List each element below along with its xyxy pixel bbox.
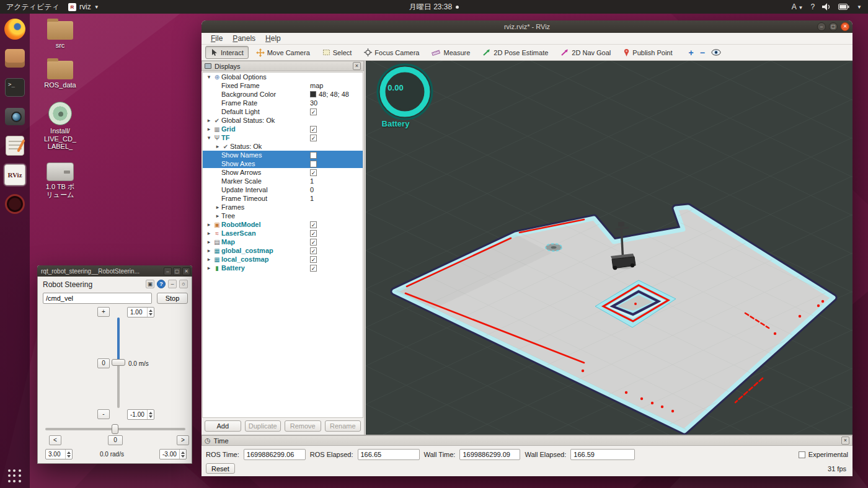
display-row-background-color[interactable]: Background Color48; 48; 48	[203, 90, 363, 99]
expand-arrow-icon[interactable]: ▸	[205, 247, 213, 254]
angular-max-spinner[interactable]: 3.00	[45, 449, 73, 459]
linear-minus-button[interactable]: -	[97, 409, 110, 419]
keyboard-indicator[interactable]: A ▼	[792, 2, 804, 11]
tool-2d-nav-goal[interactable]: 2D Nav Goal	[556, 46, 616, 59]
display-row-value[interactable]: ✓	[308, 220, 363, 229]
menu-help[interactable]: Help	[261, 33, 285, 43]
rqt-titlebar[interactable]: rqt_robot_steering__RobotSteerin... – ▢ …	[37, 265, 192, 277]
tool-select[interactable]: Select	[317, 46, 357, 59]
display-row-show-names[interactable]: Show Names	[203, 151, 363, 159]
display-row-marker-scale[interactable]: Marker Scale1	[203, 177, 363, 185]
add-button[interactable]: Add	[205, 420, 241, 432]
expand-arrow-icon[interactable]: ▸	[205, 221, 213, 228]
spinner-arrows-icon[interactable]	[179, 450, 186, 459]
menu-file[interactable]: File	[206, 33, 227, 43]
linear-min-spinner[interactable]: -1.00	[127, 409, 154, 420]
display-row-value[interactable]: ✓	[308, 133, 363, 142]
rviz-titlebar[interactable]: rviz.rviz* - RViz – ▢ ✕	[202, 20, 852, 33]
displays-panel-header[interactable]: Displays ×	[202, 61, 364, 71]
spinner-arrows-icon[interactable]	[147, 410, 154, 419]
display-row-value[interactable]	[308, 151, 363, 159]
dock-item-firefox[interactable]	[3, 17, 27, 41]
expand-arrow-icon[interactable]: ▾	[205, 135, 213, 141]
linear-max-spinner[interactable]: 1.00	[127, 307, 154, 317]
expand-arrow-icon[interactable]: ▸	[214, 143, 221, 149]
display-row-value[interactable]: 1	[308, 177, 363, 185]
checkbox[interactable]: ✓	[310, 109, 317, 115]
desktop-icon-ros-data[interactable]: ROS_data	[33, 61, 87, 89]
display-row-status-ok[interactable]: ▸✔Status: Ok	[203, 142, 363, 151]
ros-elapsed-input[interactable]	[358, 449, 420, 460]
spinner-arrows-icon[interactable]	[147, 308, 154, 317]
add-tool-button[interactable]: +	[689, 48, 694, 58]
dock-item-rviz[interactable]: RViz	[3, 163, 27, 187]
display-row-value[interactable]: ✓	[308, 237, 363, 246]
spinner-arrows-icon[interactable]	[65, 450, 72, 459]
display-row-value[interactable]: ✓	[308, 107, 363, 116]
eye-icon[interactable]	[711, 49, 721, 56]
dock-item-camera[interactable]	[3, 105, 27, 128]
display-row-battery[interactable]: ▸▮Battery✓	[203, 264, 363, 272]
desktop-icon-install-cd[interactable]: Install/ LIVE_CD_ LABEL_	[33, 102, 87, 151]
display-row-value[interactable]	[308, 159, 363, 168]
expand-arrow-icon[interactable]: ▸	[205, 126, 213, 132]
checkbox[interactable]	[310, 161, 317, 167]
expand-arrow-icon[interactable]: ▸	[205, 230, 213, 236]
tool-measure[interactable]: Measure	[427, 46, 475, 59]
show-applications-button[interactable]	[8, 469, 22, 483]
ros-time-input[interactable]	[244, 449, 306, 460]
linear-plus-button[interactable]: +	[97, 307, 110, 317]
volume-icon[interactable]	[822, 3, 831, 11]
expand-arrow-icon[interactable]: ▸	[205, 265, 213, 271]
tool-move-camera[interactable]: Move Camera	[251, 46, 315, 60]
expand-arrow-icon[interactable]: ▸	[214, 213, 221, 219]
tool-focus-camera[interactable]: Focus Camera	[359, 46, 424, 59]
display-row-frame-rate[interactable]: Frame Rate30	[203, 99, 363, 107]
display-row-value[interactable]: ✓	[308, 125, 363, 133]
desktop-icon-volume[interactable]: 1.0 TB ボ リューム	[33, 162, 87, 198]
help-icon[interactable]: ?	[157, 280, 166, 288]
angular-slider-handle[interactable]	[112, 424, 118, 434]
topic-input[interactable]	[43, 293, 152, 304]
minimize-button[interactable]: –	[817, 22, 826, 31]
wall-time-input[interactable]	[459, 449, 520, 460]
checkbox[interactable]: ✓	[310, 239, 317, 246]
app-menu[interactable]: R rviz ▼	[68, 2, 99, 11]
close-icon[interactable]: ×	[353, 62, 361, 70]
stop-button[interactable]: Stop	[157, 293, 188, 304]
expand-arrow-icon[interactable]: ▾	[205, 74, 213, 80]
minimize-button[interactable]: –	[164, 267, 172, 275]
time-panel-header[interactable]: ◷ Time ×	[202, 435, 852, 446]
display-row-frames[interactable]: ▸Frames	[203, 203, 363, 211]
checkbox[interactable]: ✓	[310, 256, 317, 263]
tool-2d-pose-estimate[interactable]: 2D Pose Estimate	[477, 46, 553, 59]
activities-button[interactable]: アクティビティ	[6, 2, 60, 12]
desktop-icon-src[interactable]: src	[33, 21, 87, 50]
float-icon[interactable]: ○	[179, 280, 188, 288]
display-row-value[interactable]: 0	[308, 185, 363, 194]
display-row-global-costmap[interactable]: ▸▦global_costmap✓	[203, 246, 363, 255]
display-row-laserscan[interactable]: ▸≈LaserScan✓	[203, 229, 363, 237]
linear-slider-handle[interactable]	[112, 359, 125, 366]
display-row-tree[interactable]: ▸Tree	[203, 211, 363, 220]
expand-arrow-icon[interactable]: ▸	[205, 256, 213, 262]
dock-item-text-editor[interactable]	[3, 134, 27, 157]
menu-panels[interactable]: Panels	[228, 33, 260, 43]
battery-status-icon[interactable]	[838, 4, 849, 10]
display-row-value[interactable]: ✓	[308, 168, 363, 177]
close-icon[interactable]: ×	[841, 437, 849, 445]
reset-button[interactable]: Reset	[206, 463, 235, 474]
display-row-local-costmap[interactable]: ▸▦local_costmap✓	[203, 255, 363, 264]
tool-interact[interactable]: Interact	[205, 46, 249, 59]
maximize-button[interactable]: ▢	[173, 267, 181, 275]
display-row-fixed-frame[interactable]: Fixed Framemap	[203, 81, 363, 90]
dock-item-media[interactable]	[3, 192, 27, 216]
3d-viewport[interactable]: 0.00 Battery	[366, 61, 852, 435]
display-row-value[interactable]: 1	[308, 194, 363, 203]
display-row-show-arrows[interactable]: Show Arrows✓	[203, 168, 363, 177]
dock-item-terminal[interactable]: >_	[3, 76, 27, 99]
display-row-update-interval[interactable]: Update Interval0	[203, 185, 363, 194]
checkbox[interactable]	[310, 152, 317, 159]
checkbox[interactable]: ✓	[310, 135, 317, 141]
display-row-value[interactable]: 30	[308, 99, 363, 107]
